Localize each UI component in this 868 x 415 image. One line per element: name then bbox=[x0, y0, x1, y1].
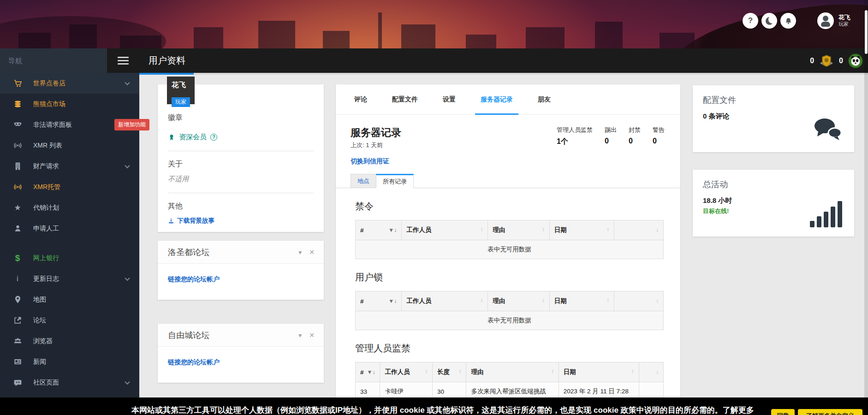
sort-icon: ↕ bbox=[606, 226, 609, 232]
subtab-locations[interactable]: 地点 bbox=[351, 174, 376, 188]
user-role: 玩家 bbox=[838, 21, 850, 28]
collapse-icon[interactable]: ▾ bbox=[298, 332, 302, 339]
admin-jails-title: 管理人员监禁 bbox=[355, 342, 663, 355]
senior-member-label: 资深会员 bbox=[179, 133, 207, 142]
tab-friends[interactable]: 朋友 bbox=[535, 84, 553, 114]
stat-kicks: 踢出 0 bbox=[605, 126, 617, 166]
senior-member-link[interactable]: 资深会员 ? bbox=[168, 133, 314, 142]
tab-settings[interactable]: 设置 bbox=[440, 84, 458, 114]
sort-desc-icon: ▼↓ bbox=[367, 369, 375, 375]
cookie-text: 本网站或其第三方工具可以处理个人数据（例如浏览数据或IP地址），并使用 cook… bbox=[131, 405, 754, 415]
total-activity-title: 总活动 bbox=[703, 179, 844, 190]
records-last-seen: 上次: 1 天前 bbox=[351, 141, 401, 149]
info-icon: i bbox=[12, 274, 23, 284]
sidebar-item-community-pages[interactable]: 社区页面 bbox=[0, 372, 139, 393]
external-link-icon bbox=[12, 316, 23, 325]
moon-icon bbox=[766, 17, 773, 25]
cart-icon bbox=[12, 79, 23, 88]
sidebar-item-illegal-requests[interactable]: 非法请求面板 新增加功能 bbox=[0, 114, 139, 135]
sidebar-item-world-shop[interactable]: 世界点卷店 bbox=[0, 73, 139, 94]
sort-icon: ↕ bbox=[480, 297, 483, 303]
profile-summary-card: 配置文件 0 条评论 bbox=[693, 85, 854, 152]
download-icon bbox=[168, 218, 174, 224]
about-title: 关于 bbox=[168, 160, 314, 169]
tab-profile[interactable]: 配置文件 bbox=[389, 84, 421, 114]
sidebar-item-browser[interactable]: 浏览器 bbox=[0, 331, 139, 351]
bans-table: #▼↓ 工作人员↕ 理由↕ 日期↕ ↕ 表中无可用数据 bbox=[355, 220, 664, 259]
cookie-learn-more-button[interactable]: 了解更多并自定义 bbox=[798, 409, 862, 415]
sidebar-item-xmr-hosting[interactable]: XMR托管 bbox=[0, 177, 139, 197]
sort-icon: ↕ bbox=[480, 226, 483, 232]
sidebar-item-changelog[interactable]: i 更新日志 bbox=[0, 268, 139, 289]
link-forum-account-link[interactable]: 链接您的论坛帐户 bbox=[168, 275, 220, 283]
panda-points-icon[interactable] bbox=[848, 53, 863, 68]
tab-comments[interactable]: 评论 bbox=[351, 84, 370, 114]
download-backstory-link[interactable]: 下载背景故事 bbox=[168, 217, 314, 225]
banner-image bbox=[0, 0, 868, 48]
world-points-count: 0 bbox=[810, 57, 814, 65]
profile-avatar[interactable]: 花飞 玩家 bbox=[167, 77, 195, 104]
sidebar-item-property-requests[interactable]: 财产请求 bbox=[0, 156, 139, 177]
cookie-agree-button[interactable]: 同意 bbox=[771, 409, 795, 415]
nav-search-input[interactable] bbox=[0, 48, 107, 73]
sort-icon: ↕ bbox=[542, 226, 545, 232]
new-feature-badge: 新增加功能 bbox=[114, 119, 149, 130]
point-counters: 0 0 bbox=[810, 48, 865, 73]
people-icon bbox=[12, 337, 23, 345]
player-badge: 玩家 bbox=[172, 97, 190, 107]
antenna-icon bbox=[12, 183, 23, 191]
notifications-icon[interactable] bbox=[780, 13, 796, 29]
antenna-icon bbox=[12, 141, 23, 150]
hamburger-menu-icon[interactable] bbox=[107, 48, 139, 73]
tab-server-records[interactable]: 服务器记录 bbox=[478, 84, 516, 114]
sidebar-search bbox=[0, 48, 107, 73]
star-icon: ★ bbox=[12, 203, 23, 213]
sort-icon: ↕ bbox=[631, 368, 634, 374]
topbar-actions: ? bbox=[743, 13, 796, 29]
sidebar-nav: 世界点卷店 熊猫点市场 非法请求面板 新增加功能 XMR 列表 财产请求 XMR… bbox=[0, 73, 139, 415]
sidebar-item-forum[interactable]: 论坛 bbox=[0, 310, 139, 331]
sidebar-item-online-banking[interactable]: $ 网上银行 bbox=[0, 248, 139, 268]
lc-forum-card: 自由城论坛 ▾ ✕ 链接您的论坛帐户 bbox=[158, 324, 324, 383]
activity-bars-icon bbox=[810, 201, 842, 227]
subtab-all-records[interactable]: 所有记录 bbox=[376, 174, 414, 188]
records-pane: 禁令 #▼↓ 工作人员↕ 理由↕ 日期↕ ↕ 表中无可用数据 用户锁 #▼↓ 工… bbox=[336, 200, 680, 397]
avatar bbox=[817, 12, 834, 29]
page-title: 用户资料 bbox=[149, 48, 185, 73]
user-name: 花飞 bbox=[838, 14, 850, 21]
sidebar-item-reseller-program[interactable]: ★ 代销计划 bbox=[0, 197, 139, 218]
sort-icon: ↕ bbox=[458, 368, 461, 374]
switch-credentials-link[interactable]: 切换到信用证 bbox=[351, 157, 389, 166]
banner-hill-left bbox=[0, 16, 166, 48]
collapse-icon[interactable]: ▾ bbox=[298, 249, 302, 256]
page-scrollbar[interactable] bbox=[864, 0, 868, 415]
sidebar-item-news[interactable]: 新闻 bbox=[0, 351, 139, 372]
app-header: 用户资料 0 0 bbox=[0, 48, 868, 73]
sort-icon: ↕ bbox=[656, 227, 659, 233]
help-circle-icon[interactable]: ? bbox=[210, 134, 217, 141]
sort-desc-icon: ▼↓ bbox=[388, 227, 397, 233]
profile-summary-title: 配置文件 bbox=[703, 95, 844, 106]
sidebar-item-xmr-list[interactable]: XMR 列表 bbox=[0, 135, 139, 156]
dark-mode-icon[interactable] bbox=[761, 13, 777, 29]
link-forum-account-link[interactable]: 链接您的论坛帐户 bbox=[168, 358, 220, 366]
chevron-down-icon bbox=[125, 379, 130, 384]
records-stats: 管理人员监禁 1个 踢出 0 封禁 0 警告 0 bbox=[557, 126, 671, 166]
close-icon[interactable]: ✕ bbox=[309, 332, 315, 339]
empty-row: 表中无可用数据 bbox=[356, 240, 664, 259]
cookie-consent-bar: 本网站或其第三方工具可以处理个人数据（例如浏览数据或IP地址），并使用 cook… bbox=[0, 397, 868, 415]
chevron-down-icon bbox=[125, 80, 130, 85]
profile-card: 花飞 玩家 徽章 资深会员 ? 关于 不适用 其他 下载背景故事 bbox=[158, 84, 324, 232]
user-menu[interactable]: 花飞 玩家 bbox=[817, 12, 850, 29]
world-points-badge-icon[interactable] bbox=[819, 53, 834, 68]
close-icon[interactable]: ✕ bbox=[309, 249, 315, 256]
sidebar-item-panda-market[interactable]: 熊猫点市场 bbox=[0, 94, 139, 114]
bell-icon bbox=[785, 17, 792, 25]
sidebar-item-map[interactable]: 地图 bbox=[0, 289, 139, 310]
help-icon[interactable]: ? bbox=[743, 13, 758, 29]
sidebar-item-apply-staff[interactable]: 申请人工 bbox=[0, 218, 139, 239]
ls-forum-title: 洛圣都论坛 bbox=[168, 247, 291, 258]
records-title: 服务器记录 bbox=[351, 126, 401, 140]
sort-icon: ↕ bbox=[606, 297, 609, 303]
scrollbar-thumb[interactable] bbox=[865, 10, 868, 54]
